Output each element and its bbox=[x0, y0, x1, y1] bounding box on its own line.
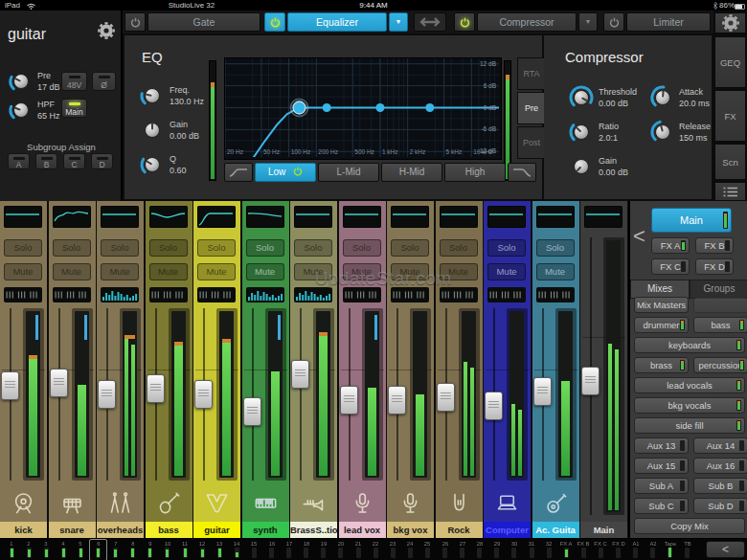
fader[interactable] bbox=[243, 397, 261, 426]
channel-label[interactable]: overheads bbox=[97, 522, 144, 538]
groups-tab[interactable]: Groups bbox=[690, 280, 747, 299]
mute-button[interactable]: Mute bbox=[536, 263, 575, 280]
fader[interactable] bbox=[147, 374, 165, 403]
fader[interactable] bbox=[388, 386, 406, 414]
bridge-slot-9[interactable]: 9 bbox=[142, 540, 159, 558]
bridge-slot-13[interactable]: 13 bbox=[211, 540, 228, 558]
mix-button-aux-15[interactable]: Aux 15 bbox=[634, 458, 689, 474]
scene-list-icon[interactable] bbox=[714, 182, 746, 201]
bridge-slot-15[interactable]: 15 bbox=[245, 540, 262, 558]
collapse-chevron-icon[interactable]: < bbox=[633, 224, 645, 249]
solo-button[interactable]: Solo bbox=[101, 239, 139, 257]
attack-knob[interactable] bbox=[650, 85, 675, 114]
channel-strip[interactable]: SoloMuteguitar bbox=[193, 201, 240, 538]
bridge-slot-25[interactable]: 25 bbox=[419, 540, 436, 558]
bridge-slot-2[interactable]: 2 bbox=[20, 540, 37, 558]
solo-button[interactable]: Solo bbox=[149, 239, 188, 257]
limiter-power-button[interactable] bbox=[603, 12, 624, 32]
bridge-slot-29[interactable]: 29 bbox=[488, 540, 506, 558]
solo-button[interactable]: Solo bbox=[343, 239, 381, 257]
channel-strip[interactable]: SoloMuteBrassS..tion bbox=[290, 201, 337, 538]
channel-strip[interactable]: SoloMutebass bbox=[146, 201, 192, 538]
mute-button[interactable]: Mute bbox=[149, 263, 188, 280]
fx-d-button[interactable]: FX D bbox=[695, 258, 734, 275]
fader[interactable] bbox=[98, 380, 116, 409]
channel-label[interactable]: bkg vox bbox=[387, 522, 434, 538]
solo-button[interactable]: Solo bbox=[197, 239, 236, 257]
compressor-tab[interactable]: Compressor bbox=[477, 12, 577, 32]
fader[interactable] bbox=[581, 367, 600, 395]
solo-button[interactable]: Solo bbox=[4, 239, 42, 257]
bridge-slot-23[interactable]: 23 bbox=[384, 540, 401, 558]
bridge-slot-14[interactable]: 14 bbox=[228, 540, 245, 558]
mix-button-bkg-vocals[interactable]: bkg vocals bbox=[634, 397, 745, 414]
channel-strip[interactable]: SoloMutesnare bbox=[49, 201, 96, 538]
fx-b-button[interactable]: FX B bbox=[695, 237, 734, 254]
bridge-slot-1[interactable]: 1 bbox=[3, 540, 20, 558]
fader[interactable] bbox=[194, 380, 213, 409]
channel-label[interactable]: Main bbox=[580, 522, 627, 538]
bridge-slot-10[interactable]: 10 bbox=[159, 540, 176, 558]
bridge-slot-11[interactable]: 11 bbox=[176, 540, 193, 558]
solo-button[interactable]: Solo bbox=[246, 239, 284, 257]
bridge-slot-6[interactable]: 6 bbox=[90, 540, 107, 558]
pre-view-button[interactable]: Pre bbox=[517, 92, 546, 124]
subgroup-b-button[interactable]: B bbox=[35, 153, 57, 169]
comp-gain-knob[interactable] bbox=[569, 154, 594, 183]
solo-button[interactable]: Solo bbox=[487, 239, 526, 257]
bridge-slot-fx-a[interactable]: FX A bbox=[557, 540, 575, 558]
settings-gear-icon[interactable] bbox=[714, 12, 746, 34]
channel-strip[interactable]: SoloMutekick bbox=[0, 201, 47, 538]
band-hmid-button[interactable]: H-Mid bbox=[381, 163, 442, 182]
mix-button-copy-mix[interactable]: Copy Mix bbox=[634, 518, 745, 534]
band-low-button[interactable]: Low bbox=[255, 163, 316, 182]
solo-button[interactable]: Solo bbox=[440, 239, 478, 257]
gate-power-button[interactable] bbox=[124, 12, 146, 32]
eq-freq-knob[interactable] bbox=[140, 83, 165, 112]
bridge-slot-8[interactable]: 8 bbox=[124, 540, 142, 558]
bridge-slot-a2[interactable]: A2 bbox=[645, 540, 662, 558]
bridge-slot-4[interactable]: 4 bbox=[55, 540, 72, 558]
mix-button-sub-c[interactable]: Sub C bbox=[634, 498, 689, 514]
bridge-slot-tape[interactable]: Tape bbox=[662, 540, 679, 558]
high-cut-filter-icon[interactable] bbox=[508, 163, 536, 182]
mute-button[interactable]: Mute bbox=[197, 263, 236, 280]
mute-button[interactable]: Mute bbox=[53, 263, 91, 280]
ratio-knob[interactable] bbox=[569, 120, 594, 148]
post-view-button[interactable]: Post bbox=[517, 126, 546, 159]
bridge-slot-32[interactable]: 32 bbox=[540, 540, 557, 558]
solo-button[interactable]: Solo bbox=[536, 239, 575, 257]
mix-button-bass[interactable]: bass bbox=[693, 317, 747, 333]
channel-label[interactable]: BrassS..tion bbox=[290, 522, 337, 538]
fader[interactable] bbox=[50, 369, 68, 397]
main-mix-button[interactable]: Main bbox=[651, 208, 732, 233]
limiter-tab[interactable]: Limiter bbox=[626, 12, 711, 32]
fader[interactable] bbox=[291, 360, 309, 389]
bridge-slot-28[interactable]: 28 bbox=[471, 540, 488, 558]
channel-strip[interactable]: SoloMutesynth bbox=[242, 201, 289, 538]
channel-settings-gear-icon[interactable] bbox=[98, 22, 115, 43]
bridge-slot-19[interactable]: 19 bbox=[315, 540, 332, 558]
channel-strip[interactable]: SoloMuteAc. Guita bbox=[532, 201, 579, 538]
phantom-48v-button[interactable]: 48V bbox=[61, 72, 87, 91]
gate-tab[interactable]: Gate bbox=[147, 12, 260, 32]
bridge-slot-fx-b[interactable]: FX B bbox=[575, 540, 592, 558]
bridge-slot-16[interactable]: 16 bbox=[263, 540, 281, 558]
swap-arrows-icon[interactable] bbox=[414, 12, 446, 32]
channel-strip[interactable]: SoloMuteRock bbox=[436, 201, 483, 538]
bridge-slot-fx-d[interactable]: FX D bbox=[610, 540, 627, 558]
channel-label[interactable]: Rock bbox=[436, 522, 483, 538]
subgroup-a-button[interactable]: A bbox=[8, 153, 30, 169]
bridge-slot-22[interactable]: 22 bbox=[367, 540, 384, 558]
bridge-slot-3[interactable]: 3 bbox=[37, 540, 55, 558]
band-lmid-button[interactable]: L-Mid bbox=[318, 163, 379, 182]
bridge-slot-fx-c[interactable]: FX C bbox=[592, 540, 609, 558]
compressor-dropdown[interactable]: ▼ bbox=[578, 12, 598, 32]
mix-button-sub-b[interactable]: Sub B bbox=[693, 478, 747, 494]
channel-strip[interactable]: SoloMuteoverheads bbox=[97, 201, 144, 538]
mute-button[interactable]: Mute bbox=[246, 263, 284, 280]
mix-button-keyboards[interactable]: keyboards bbox=[634, 337, 745, 353]
bridge-slot-17[interactable]: 17 bbox=[281, 540, 298, 558]
mix-button-drummer[interactable]: drummer bbox=[634, 317, 689, 333]
bridge-slot-7[interactable]: 7 bbox=[107, 540, 124, 558]
